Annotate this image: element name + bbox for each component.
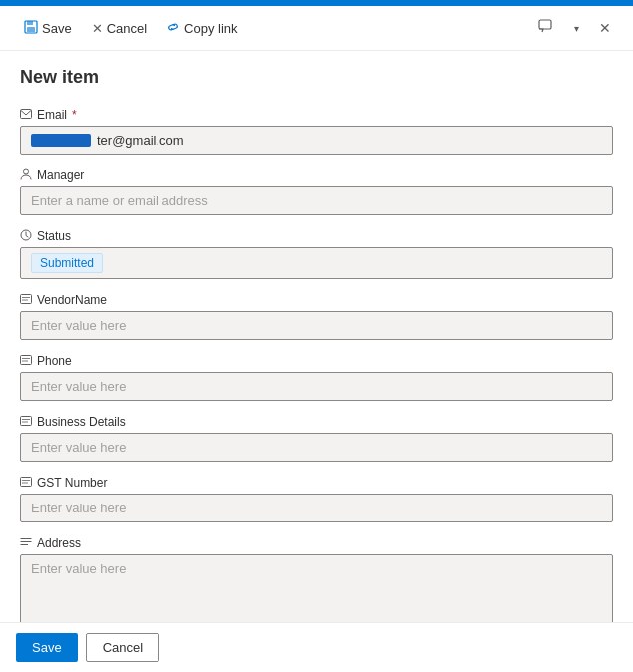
status-label: Status: [20, 229, 613, 243]
status-field-display[interactable]: Submitted: [20, 247, 613, 279]
email-field-group: Email * ter@gmail.com: [20, 108, 613, 155]
manager-field-group: Manager: [20, 168, 613, 215]
cancel-button[interactable]: ✕ Cancel: [84, 17, 155, 40]
copy-link-label: Copy link: [184, 21, 237, 36]
status-badge: Submitted: [31, 253, 103, 273]
email-input-display[interactable]: ter@gmail.com: [20, 126, 613, 155]
text-icon-gst: [20, 477, 32, 489]
svg-rect-13: [21, 417, 32, 426]
svg-point-5: [24, 169, 29, 174]
status-icon: [20, 229, 32, 243]
email-value-text: ter@gmail.com: [97, 133, 184, 148]
status-field-group: Status Submitted: [20, 229, 613, 279]
email-required-marker: *: [72, 108, 77, 122]
svg-rect-1: [27, 21, 33, 25]
address-label: Address: [20, 536, 613, 550]
content: New item Email * ter@gmail.com: [0, 51, 633, 622]
cancel-label: Cancel: [107, 21, 147, 36]
bottom-cancel-button[interactable]: Cancel: [86, 633, 159, 662]
svg-rect-10: [21, 356, 32, 365]
vendor-name-label: VendorName: [20, 293, 613, 307]
toolbar-right: ▾ ✕: [532, 14, 617, 42]
vendor-name-field-group: VendorName: [20, 293, 613, 340]
save-button[interactable]: Save: [16, 16, 80, 41]
close-button[interactable]: ✕: [593, 16, 617, 40]
bottom-save-button[interactable]: Save: [16, 633, 78, 662]
comment-icon: [538, 18, 554, 38]
svg-rect-4: [21, 110, 32, 119]
svg-rect-7: [21, 295, 32, 304]
chevron-down-icon: ▾: [574, 23, 579, 34]
email-icon: [20, 109, 32, 121]
email-label: Email *: [20, 108, 613, 122]
gst-number-label: GST Number: [20, 476, 613, 490]
text-icon-vendor: [20, 294, 32, 306]
address-field-group: Address: [20, 536, 613, 622]
gst-number-input[interactable]: [20, 494, 613, 522]
close-icon: ✕: [599, 20, 611, 36]
person-icon: [20, 168, 32, 182]
text-icon-business: [20, 416, 32, 428]
vendor-name-input[interactable]: [20, 311, 613, 340]
panel-title: New item: [20, 67, 613, 88]
bottom-strip: Save Cancel: [0, 622, 633, 672]
svg-rect-2: [27, 27, 35, 32]
svg-rect-16: [21, 478, 32, 487]
email-redacted-bar: [31, 134, 91, 147]
svg-rect-3: [539, 20, 551, 29]
phone-label: Phone: [20, 354, 613, 368]
manager-input[interactable]: [20, 186, 613, 215]
toolbar: Save ✕ Cancel Copy link: [0, 6, 633, 51]
copy-link-button[interactable]: Copy link: [158, 16, 245, 41]
link-icon: [166, 20, 180, 37]
manager-label: Manager: [20, 168, 613, 182]
cancel-icon: ✕: [92, 21, 103, 36]
text-icon-phone: [20, 355, 32, 367]
business-details-label: Business Details: [20, 415, 613, 429]
business-details-field-group: Business Details: [20, 415, 613, 462]
address-textarea[interactable]: [20, 554, 613, 622]
panel: Save ✕ Cancel Copy link: [0, 6, 633, 672]
phone-input[interactable]: [20, 372, 613, 401]
phone-field-group: Phone: [20, 354, 613, 401]
save-icon: [24, 20, 38, 37]
comment-button[interactable]: [532, 14, 560, 42]
gst-number-field-group: GST Number: [20, 476, 613, 522]
multiline-icon: [20, 537, 32, 549]
more-options-button[interactable]: ▾: [568, 19, 585, 38]
save-label: Save: [42, 21, 72, 36]
business-details-input[interactable]: [20, 433, 613, 462]
